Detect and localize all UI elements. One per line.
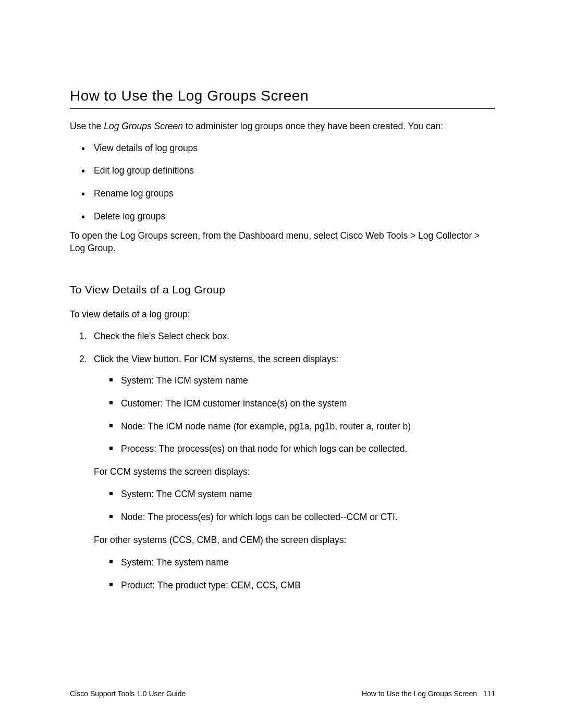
steps-list: Check the file's Select check box. Click… [70, 330, 495, 592]
intro-pre: Use the [70, 121, 104, 131]
list-item: Node: The ICM node name (for example, pg… [121, 421, 495, 433]
list-item: System: The ICM system name [121, 375, 495, 387]
other-intro: For other systems (CCS, CMB, and CEM) th… [94, 534, 495, 547]
list-item: Node: The process(es) for which logs can… [121, 511, 495, 524]
step-text: Click the View button. For ICM systems, … [94, 354, 338, 364]
ccm-sublist: System: The CCM system name Node: The pr… [94, 488, 495, 523]
list-item: Rename log groups [94, 188, 495, 200]
step-text: Check the file's Select check box. [94, 331, 229, 341]
section-intro: To view details of a log group: [70, 309, 495, 321]
step-item: Click the View button. For ICM systems, … [94, 353, 495, 592]
footer-left: Cisco Support Tools 1.0 User Guide [70, 689, 186, 698]
ccm-intro: For CCM systems the screen displays: [94, 466, 495, 478]
page-footer: Cisco Support Tools 1.0 User Guide How t… [70, 689, 495, 698]
intro-italic: Log Groups Screen [104, 121, 183, 131]
footer-right-title: How to Use the Log Groups Screen [362, 689, 477, 698]
document-page: How to Use the Log Groups Screen Use the… [0, 0, 563, 728]
page-title: How to Use the Log Groups Screen [70, 88, 495, 104]
other-sublist: System: The system name Product: The pro… [94, 557, 495, 591]
intro-post: to administer log groups once they have … [183, 121, 443, 131]
icm-sublist: System: The ICM system name Customer: Th… [94, 375, 495, 455]
title-rule [70, 108, 495, 109]
open-path-paragraph: To open the Log Groups screen, from the … [70, 230, 495, 254]
section-heading: To View Details of a Log Group [70, 283, 495, 296]
footer-page-number: 111 [483, 689, 495, 698]
capabilities-list: View details of log groups Edit log grou… [70, 142, 495, 223]
list-item: Edit log group definitions [94, 165, 495, 177]
list-item: Customer: The ICM customer instance(s) o… [121, 398, 495, 410]
list-item: Delete log groups [94, 211, 495, 223]
footer-right: How to Use the Log Groups Screen 111 [362, 689, 495, 698]
list-item: Process: The process(es) on that node fo… [121, 443, 495, 455]
list-item: System: The system name [121, 557, 495, 569]
list-item: System: The CCM system name [121, 488, 495, 501]
list-item: View details of log groups [94, 142, 495, 155]
list-item: Product: The product type: CEM, CCS, CMB [121, 579, 495, 592]
intro-paragraph: Use the Log Groups Screen to administer … [70, 120, 495, 133]
step-item: Check the file's Select check box. [94, 330, 495, 343]
